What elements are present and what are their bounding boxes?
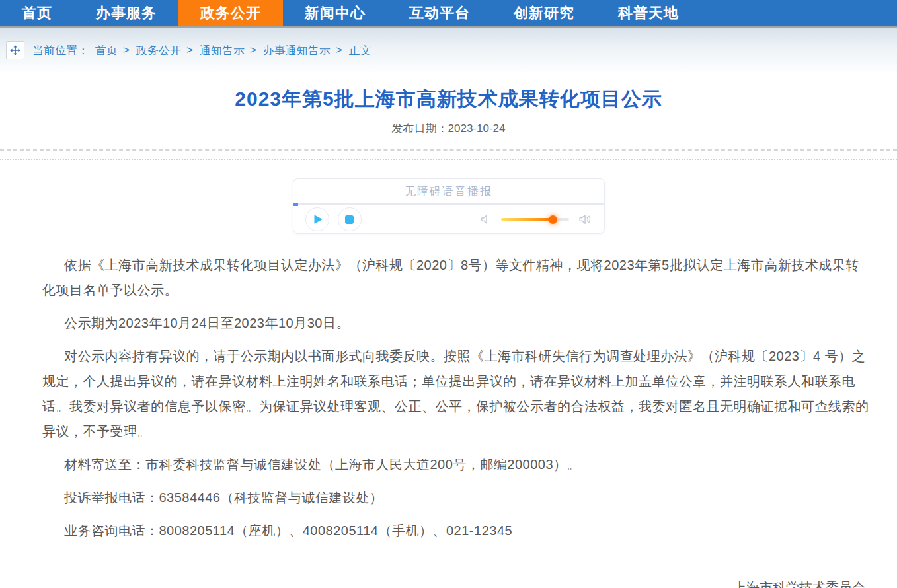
breadcrumb-item-home[interactable]: 首页 xyxy=(95,43,118,58)
article-body: 依据《上海市高新技术成果转化项目认定办法》（沪科规〔2020〕8号）等文件精神，… xyxy=(0,234,897,543)
publish-date-label: 发布日期： xyxy=(392,122,448,135)
nav-item-news-center[interactable]: 新闻中心 xyxy=(283,0,387,26)
signature-org: 上海市科学技术委员会 xyxy=(0,575,865,588)
breadcrumb-prefix: 当前位置： xyxy=(32,43,89,58)
audio-player-title: 无障碍语音播报 xyxy=(293,179,604,203)
nav-item-interaction[interactable]: 互动平台 xyxy=(387,0,492,26)
paragraph-mailing-address: 材料寄送至：市科委科技监督与诚信建设处（上海市人民大道200号，邮编200003… xyxy=(42,452,869,477)
volume-control xyxy=(479,212,592,227)
paragraph-publicity-period: 公示期为2023年10月24日至2023年10月30日。 xyxy=(42,311,869,336)
breadcrumb-item-service-notices[interactable]: 办事通知告示 xyxy=(263,43,331,58)
signature-block: 上海市科学技术委员会 2023年10月24日 xyxy=(0,575,897,588)
page: 首页 办事服务 政务公开 新闻中心 互动平台 创新研究 科普天地 当前位置： 首… xyxy=(0,0,897,588)
breadcrumb-separator: > xyxy=(186,44,193,57)
breadcrumb-separator: > xyxy=(250,44,256,57)
breadcrumb-item-gov-disclosure[interactable]: 政务公开 xyxy=(136,43,181,58)
publish-date: 发布日期：2023-10-24 xyxy=(0,121,897,136)
move-icon xyxy=(6,41,24,59)
breadcrumb: 当前位置： 首页 > 政务公开 > 通知告示 > 办事通知告示 > 正文 xyxy=(0,28,897,73)
breadcrumb-item-current: 正文 xyxy=(349,43,371,58)
publish-date-value: 2023-10-24 xyxy=(448,122,506,135)
audio-controls xyxy=(293,205,604,233)
volume-low-icon[interactable] xyxy=(479,213,492,226)
audio-progress-bar[interactable] xyxy=(293,203,604,205)
breadcrumb-separator: > xyxy=(336,44,342,57)
dotted-divider xyxy=(0,159,897,160)
stop-button[interactable] xyxy=(338,207,362,231)
page-title: 2023年第5批上海市高新技术成果转化项目公示 xyxy=(0,86,897,113)
paragraph-basis: 依据《上海市高新技术成果转化项目认定办法》（沪科规〔2020〕8号）等文件精神，… xyxy=(42,252,869,303)
breadcrumb-item-notices[interactable]: 通知告示 xyxy=(200,43,245,58)
audio-player: 无障碍语音播报 xyxy=(293,178,605,234)
nav-item-innovation-research[interactable]: 创新研究 xyxy=(492,0,596,26)
nav-item-home[interactable]: 首页 xyxy=(0,0,74,26)
nav-item-science-popularization[interactable]: 科普天地 xyxy=(596,0,701,26)
volume-knob[interactable] xyxy=(549,215,557,224)
article: 2023年第5批上海市高新技术成果转化项目公示 发布日期：2023-10-24 … xyxy=(0,86,897,588)
nav-item-gov-disclosure[interactable]: 政务公开 xyxy=(178,0,283,26)
paragraph-consulting-phone: 业务咨询电话：8008205114（座机）、4008205114（手机）、021… xyxy=(42,518,869,543)
volume-high-icon[interactable] xyxy=(578,212,592,227)
stop-icon xyxy=(345,215,354,224)
nav-item-services[interactable]: 办事服务 xyxy=(74,0,178,26)
play-button[interactable] xyxy=(305,207,329,231)
paragraph-complaint-phone: 投诉举报电话：63584446（科技监督与诚信建设处） xyxy=(42,485,869,510)
play-icon xyxy=(313,214,323,225)
dashed-divider xyxy=(0,149,897,151)
audio-progress-indicator xyxy=(293,203,298,206)
breadcrumb-separator: > xyxy=(123,44,130,57)
volume-slider[interactable] xyxy=(501,218,569,221)
main-nav: 首页 办事服务 政务公开 新闻中心 互动平台 创新研究 科普天地 xyxy=(0,0,897,28)
paragraph-objection-rules: 对公示内容持有异议的，请于公示期内以书面形式向我委反映。按照《上海市科研失信行为… xyxy=(42,344,869,444)
